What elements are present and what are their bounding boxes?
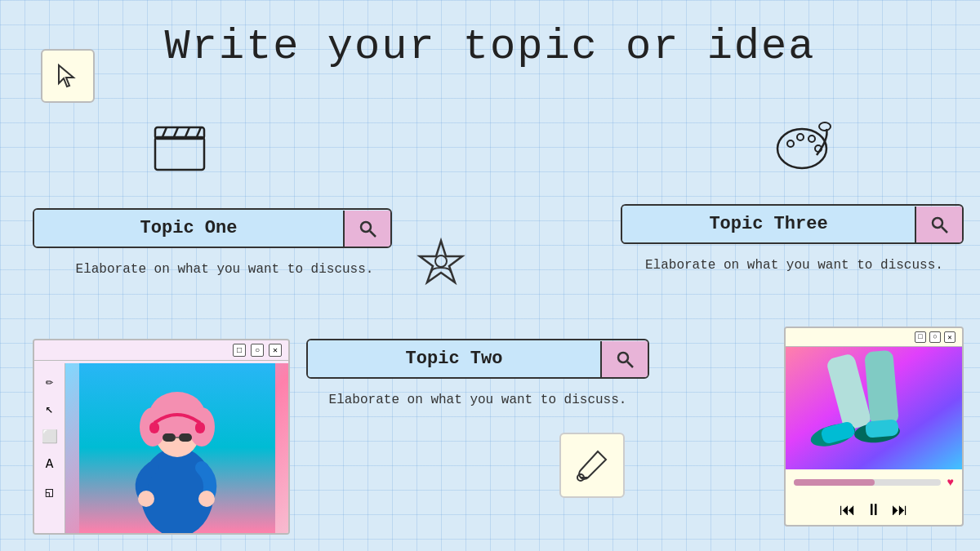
play-pause-button[interactable]: ⏸ [866, 500, 882, 520]
clapperboard-icon [147, 114, 212, 184]
palette-icon [768, 114, 841, 184]
text-icon[interactable]: A [40, 455, 60, 474]
svg-point-11 [819, 122, 831, 131]
window-right-titlebar: □ ○ ✕ [786, 328, 962, 347]
topic-one-search-bar[interactable]: Topic One [33, 208, 392, 248]
window-minimize-btn[interactable]: □ [233, 344, 246, 357]
svg-point-22 [140, 447, 214, 533]
progress-bar[interactable] [794, 479, 941, 486]
topic-three-description: Elaborate on what you want to discuss. [645, 256, 964, 275]
progress-fill [794, 479, 875, 486]
svg-point-13 [361, 222, 371, 232]
svg-point-15 [933, 218, 942, 228]
search-icon [615, 349, 635, 369]
svg-point-8 [797, 134, 804, 140]
topic-two-area: Topic Two Elaborate on what you want to … [306, 339, 649, 410]
shape-icon[interactable]: ◱ [40, 482, 60, 502]
topic-two-description: Elaborate on what you want to discuss. [306, 390, 649, 410]
window-left-sidebar: ✏️ ↖ ⬜ A ◱ [34, 363, 65, 533]
topic-one-label: Topic One [34, 210, 343, 247]
svg-rect-30 [149, 422, 159, 433]
svg-rect-27 [163, 433, 176, 442]
window-right: □ ○ ✕ [784, 327, 964, 527]
topic-one-description: Elaborate on what you want to discuss. [57, 260, 392, 279]
prev-button[interactable]: ⏮ [840, 500, 856, 520]
playback-controls: ⏮ ⏸ ⏭ [786, 495, 962, 523]
window-right-close[interactable]: ✕ [944, 331, 956, 343]
search-icon [929, 215, 949, 234]
window-maximize-btn[interactable]: ○ [251, 344, 264, 357]
paintbrush-icon [572, 445, 612, 486]
topic-three-search-button[interactable] [915, 207, 962, 242]
page-title: Write your topic or idea [0, 0, 980, 71]
heart-icon: ♥ [947, 476, 954, 489]
svg-rect-31 [195, 422, 205, 433]
shoes-illustration [786, 347, 962, 469]
window-left-image [65, 363, 288, 533]
svg-point-12 [435, 256, 447, 267]
girl-illustration [79, 363, 275, 533]
svg-point-33 [198, 491, 215, 507]
svg-line-14 [370, 231, 376, 237]
window-right-image [786, 347, 962, 469]
svg-point-17 [618, 353, 628, 362]
topic-three-label: Topic Three [622, 206, 915, 242]
svg-line-16 [942, 227, 947, 233]
window-right-maximize[interactable]: ○ [929, 331, 941, 343]
topic-two-search-bar[interactable]: Topic Two [306, 339, 649, 379]
window-left-titlebar: □ ○ ✕ [34, 340, 288, 361]
svg-rect-0 [155, 137, 204, 170]
cursor-tool-icon[interactable]: ↖ [40, 399, 60, 419]
svg-point-9 [808, 136, 815, 142]
cursor-box [41, 49, 95, 103]
window-close-btn[interactable]: ✕ [269, 344, 282, 357]
pencil-icon[interactable]: ✏️ [40, 371, 60, 391]
svg-line-18 [627, 362, 633, 367]
eraser-icon[interactable]: ⬜ [40, 427, 60, 447]
topic-one-search-button[interactable] [343, 211, 390, 247]
cursor-icon [52, 60, 83, 91]
star-person-icon [408, 237, 474, 318]
window-left: □ ○ ✕ ✏️ ↖ ⬜ A ◱ [33, 339, 290, 535]
svg-rect-40 [865, 419, 899, 438]
search-icon [358, 219, 377, 238]
svg-point-32 [138, 491, 154, 507]
topic-three-area: Topic Three Elaborate on what you want t… [621, 204, 964, 275]
media-controls: ♥ [786, 469, 962, 495]
next-button[interactable]: ⏭ [892, 500, 908, 520]
topic-one-area: Topic One Elaborate on what you want to … [33, 208, 392, 279]
topic-two-label: Topic Two [308, 340, 600, 377]
topic-two-search-button[interactable] [600, 341, 648, 377]
window-right-minimize[interactable]: □ [915, 331, 926, 343]
svg-point-7 [787, 140, 794, 147]
svg-rect-28 [179, 433, 192, 442]
paintbrush-box [559, 433, 625, 498]
topic-three-search-bar[interactable]: Topic Three [621, 204, 964, 244]
